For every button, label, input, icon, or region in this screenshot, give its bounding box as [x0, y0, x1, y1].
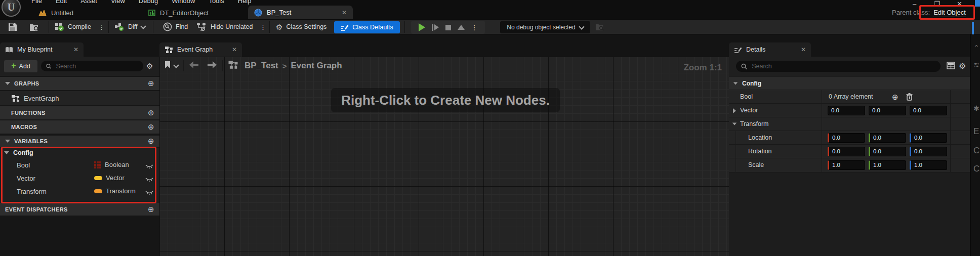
scale-z-input[interactable]: 1.0 [910, 160, 947, 170]
scale-y-input[interactable]: 1.0 [869, 160, 906, 170]
find-button[interactable]: Find [163, 20, 188, 34]
browse-debug-object-button[interactable] [595, 20, 604, 34]
expand-arrow-icon[interactable] [733, 108, 736, 113]
close-icon[interactable]: ✕ [73, 46, 78, 53]
section-macros[interactable]: MACROS ⊕ [0, 120, 159, 134]
event-graph-canvas[interactable]: BP_Test > Event Graph Zoom 1:1 Right-Cli… [159, 57, 729, 256]
section-graphs[interactable]: GRAPHS ⊕ [0, 77, 159, 90]
add-graph-icon[interactable]: ⊕ [148, 79, 154, 88]
column-divider[interactable] [822, 158, 822, 172]
eye-closed-icon[interactable] [145, 188, 153, 197]
event-graph-item[interactable]: EventGraph [0, 91, 159, 105]
vector-y-input[interactable]: 0.0 [869, 106, 906, 115]
property-label: Location [748, 134, 772, 141]
tab-details[interactable]: Details ✕ [729, 42, 811, 57]
menu-window[interactable]: Window [172, 0, 195, 6]
eye-closed-icon[interactable] [145, 175, 153, 184]
class-settings-label: Class Settings [286, 23, 326, 30]
search-input[interactable] [751, 62, 935, 70]
variable-type: Vector [94, 174, 125, 182]
location-y-input[interactable]: 0.0 [869, 133, 906, 143]
vector-z-input[interactable]: 0.0 [910, 106, 947, 115]
blueprint-search-field[interactable] [41, 61, 143, 71]
tab-my-blueprint[interactable]: My Blueprint ✕ [0, 42, 84, 57]
rotation-z-input[interactable]: 0.0 [910, 147, 947, 156]
add-event-dispatcher-icon[interactable]: ⊕ [148, 205, 154, 214]
find-icon [163, 22, 172, 31]
eject-icon[interactable] [458, 25, 465, 30]
maximize-button[interactable]: ❐ [934, 0, 940, 8]
debug-object-dropdown[interactable]: No debug object selected [500, 21, 590, 33]
tab-untitled[interactable]: Untitled [32, 6, 109, 19]
menu-asset[interactable]: Asset [80, 0, 97, 6]
add-array-element-icon[interactable]: ⊕ [892, 93, 899, 102]
breadcrumb-current[interactable]: Event Graph [291, 61, 342, 71]
add-macro-icon[interactable]: ⊕ [148, 122, 154, 132]
folder-search-icon [595, 23, 604, 31]
breadcrumb-root[interactable]: BP_Test [244, 61, 278, 71]
save-button[interactable] [8, 20, 17, 34]
column-divider[interactable] [822, 145, 822, 158]
rotation-x-input[interactable]: 0.0 [828, 147, 865, 156]
add-function-icon[interactable]: ⊕ [148, 108, 154, 117]
close-icon[interactable]: ✕ [801, 46, 806, 53]
details-section-config[interactable]: Config [729, 77, 970, 90]
details-search-field[interactable] [736, 61, 941, 72]
column-divider[interactable] [822, 117, 822, 131]
diff-button[interactable]: Diff [114, 20, 145, 34]
menu-debug[interactable]: Debug [139, 0, 158, 6]
location-x-input[interactable]: 0.0 [828, 133, 865, 143]
close-icon[interactable]: ✕ [232, 46, 237, 53]
section-functions[interactable]: FUNCTIONS ⊕ [0, 106, 159, 119]
add-button[interactable]: + Add [4, 60, 37, 72]
gear-icon[interactable]: ⚙ [146, 62, 153, 70]
stop-icon[interactable] [445, 25, 451, 30]
parent-class-value[interactable]: Edit Object [933, 9, 966, 17]
add-variable-icon[interactable]: ⊕ [148, 137, 154, 146]
close-icon[interactable]: ✕ [342, 9, 347, 16]
menu-view[interactable]: View [111, 0, 125, 6]
gear-icon[interactable]: ⚙ [959, 62, 966, 70]
column-divider[interactable] [822, 90, 822, 103]
compile-options-dots[interactable]: ⋮ [98, 20, 105, 34]
chevron-down-icon[interactable] [173, 62, 179, 68]
play-options-dots[interactable]: ⋮ [471, 24, 478, 31]
hide-unrelated-label: Hide Unrelated [211, 23, 253, 30]
section-event-dispatchers[interactable]: EVENT DISPATCHERS ⊕ [0, 203, 159, 216]
compile-button[interactable]: Compile [55, 20, 91, 34]
display-options-table-icon[interactable] [947, 62, 955, 71]
menu-tools[interactable]: Tools [209, 0, 224, 6]
class-settings-button[interactable]: ⚙ Class Settings [276, 20, 326, 34]
menu-help[interactable]: Help [238, 0, 252, 6]
config-category-header[interactable]: Config [4, 149, 33, 156]
hide-unrelated-options-dots[interactable]: ⋮ [260, 20, 266, 34]
vector-x-input[interactable]: 0.0 [828, 106, 865, 115]
collapse-arrow-icon[interactable] [732, 122, 737, 125]
menu-edit[interactable]: Edit [56, 0, 67, 6]
search-input[interactable] [55, 62, 138, 70]
scale-x-input[interactable]: 1.0 [828, 160, 865, 170]
trash-icon[interactable] [906, 93, 913, 103]
close-window-button[interactable]: ✕ [957, 0, 962, 8]
bookmark-icon[interactable] [165, 61, 171, 71]
tab-event-graph[interactable]: Event Graph ✕ [159, 42, 242, 57]
property-row-scale: Scale 1.0 1.0 1.0 [729, 158, 970, 173]
class-defaults-button[interactable]: Class Defaults [334, 21, 400, 33]
eye-closed-icon[interactable] [145, 162, 153, 171]
play-icon[interactable] [419, 23, 425, 31]
nav-forward-icon[interactable] [207, 61, 217, 70]
tab-dt-editorobject[interactable]: DT_EditorObject [142, 6, 227, 19]
menu-file[interactable]: File [31, 0, 42, 6]
nav-back-icon[interactable] [189, 61, 199, 70]
column-divider[interactable] [822, 104, 822, 117]
minimize-button[interactable]: – [913, 0, 916, 8]
hide-unrelated-button[interactable]: Hide Unrelated [196, 20, 253, 34]
column-divider[interactable] [822, 131, 822, 144]
tab-bp-test[interactable]: BP_Test ✕ [248, 6, 353, 19]
location-z-input[interactable]: 0.0 [910, 133, 947, 143]
variable-type: Transform [94, 187, 136, 195]
section-variables[interactable]: VARIABLES ⊕ [0, 136, 159, 147]
rotation-y-input[interactable]: 0.0 [869, 147, 906, 156]
frame-skip-icon[interactable] [432, 24, 439, 31]
browse-to-asset-button[interactable] [29, 20, 39, 34]
